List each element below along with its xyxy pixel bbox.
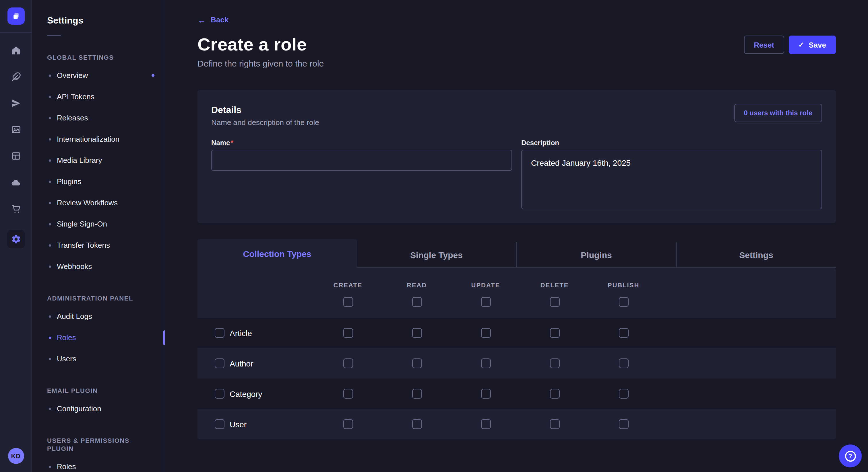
description-textarea[interactable]: Created January 16th, 2025 [521,150,822,209]
subnav-item-label: Configuration [57,404,101,413]
strapi-logo[interactable] [0,0,32,32]
collection-types-panel: CREATEREADUPDATEDELETEPUBLISH ArticleAut… [197,268,836,439]
select-all-read-checkbox[interactable] [412,297,422,307]
checkbox-user-update[interactable] [481,419,491,429]
subnav-item-label: Internationalization [57,135,119,143]
permission-row-category: Category [197,378,836,409]
row-label: Author [229,359,253,368]
subnav-item-overview[interactable]: Overview [32,65,165,86]
reset-button[interactable]: Reset [744,36,784,54]
save-label: Save [809,40,826,49]
rail-icon-list [7,45,25,248]
select-all-delete-checkbox[interactable] [550,297,559,307]
subnav-title-divider [47,35,61,36]
subnav-item-roles[interactable]: Roles [32,456,165,472]
checkbox-category-create[interactable] [343,389,353,399]
checkbox-category-publish[interactable] [619,389,628,399]
select-row-category-checkbox[interactable] [215,389,224,399]
settings-subnav: Settings GLOBAL SETTINGSOverviewAPI Toke… [32,0,165,472]
page-subtitle: Define the rights given to the role [197,58,836,69]
bullet-icon [49,358,51,360]
subnav-item-releases[interactable]: Releases [32,107,165,129]
column-header-label: DELETE [540,281,569,289]
select-all-create-checkbox[interactable] [343,297,353,307]
details-title: Details [211,104,319,116]
column-header-label: UPDATE [471,281,500,289]
checkbox-category-delete[interactable] [550,389,559,399]
bullet-icon [49,117,51,119]
notification-dot [152,74,154,77]
row-label: User [229,419,247,429]
subnav-heading-users-permissions-plugin: USERS & PERMISSIONS PLUGIN [47,436,150,452]
subnav-item-internationalization[interactable]: Internationalization [32,129,165,150]
subnav-item-label: Plugins [57,177,81,186]
help-button[interactable]: ? [839,444,862,467]
checkbox-article-delete[interactable] [550,328,559,338]
subnav-item-users[interactable]: Users [32,348,165,369]
subnav-item-review-workflows[interactable]: Review Workflows [32,192,165,213]
checkbox-user-create[interactable] [343,419,353,429]
bullet-icon [49,159,51,162]
checkbox-user-delete[interactable] [550,419,559,429]
select-all-update-checkbox[interactable] [481,297,491,307]
permission-row-author: Author [197,348,836,378]
releases-icon[interactable] [11,98,21,108]
permissions-tabs: Collection TypesSingle TypesPluginsSetti… [197,239,836,268]
subnav-item-media-library[interactable]: Media Library [32,150,165,171]
subnav-item-webhooks[interactable]: Webhooks [32,256,165,277]
details-subtitle: Name and description of the role [211,117,319,127]
checkbox-category-update[interactable] [481,389,491,399]
deploy-icon[interactable] [11,177,21,188]
tab-settings[interactable]: Settings [676,242,836,268]
permissions-table-rows: ArticleAuthorCategoryUser [197,318,836,439]
name-input[interactable] [211,150,512,171]
checkbox-article-update[interactable] [481,328,491,338]
tab-collection-types[interactable]: Collection Types [197,239,357,268]
checkbox-author-delete[interactable] [550,359,559,368]
home-icon[interactable] [11,45,21,56]
checkbox-user-publish[interactable] [619,419,628,429]
bullet-icon [49,180,51,183]
checkbox-article-publish[interactable] [619,328,628,338]
bullet-icon [49,336,51,339]
subnav-heading-email-plugin: EMAIL PLUGIN [47,386,150,395]
subnav-item-single-sign-on[interactable]: Single Sign-On [32,213,165,235]
save-button[interactable]: ✓ Save [788,36,836,54]
subnav-item-api-tokens[interactable]: API Tokens [32,86,165,107]
subnav-item-audit-logs[interactable]: Audit Logs [32,306,165,327]
content-type-builder-icon[interactable] [11,151,21,161]
subnav-item-plugins[interactable]: Plugins [32,171,165,192]
bullet-icon [49,202,51,204]
checkbox-article-create[interactable] [343,328,353,338]
media-library-icon[interactable] [11,125,21,135]
users-with-role-button[interactable]: 0 users with this role [734,104,822,122]
checkbox-category-read[interactable] [412,389,422,399]
content-manager-icon[interactable] [11,72,21,82]
subnav-item-configuration[interactable]: Configuration [32,398,165,419]
select-all-publish-checkbox[interactable] [619,297,628,307]
subnav-item-roles[interactable]: Roles [32,327,165,348]
tab-plugins[interactable]: Plugins [516,242,676,268]
checkbox-author-update[interactable] [481,359,491,368]
select-row-user-checkbox[interactable] [215,419,224,429]
checkbox-author-publish[interactable] [619,359,628,368]
back-link[interactable]: ← Back [197,15,228,24]
settings-icon[interactable] [7,230,25,248]
select-row-article-checkbox[interactable] [215,328,224,338]
checkbox-author-read[interactable] [412,359,422,368]
column-read: READ [382,281,451,318]
subnav-title: Settings [47,14,165,27]
subnav-item-label: Media Library [57,156,102,165]
checkbox-user-read[interactable] [412,419,422,429]
subnav-item-transfer-tokens[interactable]: Transfer Tokens [32,235,165,256]
description-label: Description [521,139,822,147]
column-header-label: CREATE [334,281,363,289]
select-row-author-checkbox[interactable] [215,359,224,368]
subnav-item-label: Releases [57,113,88,122]
user-avatar[interactable]: KD [8,448,24,464]
checkbox-article-read[interactable] [412,328,422,338]
checkbox-author-create[interactable] [343,359,353,368]
marketplace-icon[interactable] [11,204,21,214]
row-label: Category [229,389,262,398]
tab-single-types[interactable]: Single Types [357,242,516,268]
